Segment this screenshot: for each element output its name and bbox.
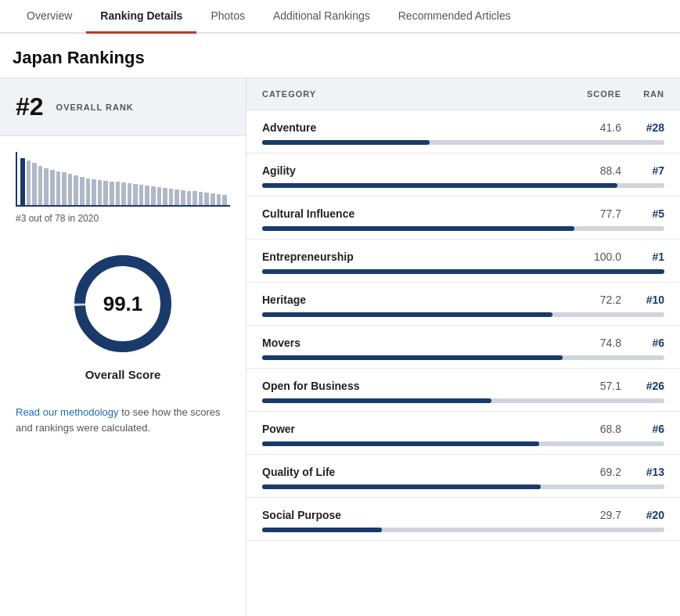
progress-bar-bg (262, 269, 664, 274)
bar-item (145, 186, 149, 205)
progress-bar-bg (262, 226, 664, 231)
bar-item (157, 187, 162, 205)
main-content: #2 OVERALL RANK #3 out of 78 in 2020 99.… (0, 78, 680, 616)
category-name: Entrepreneurship (262, 250, 567, 263)
bar-item (50, 170, 55, 205)
category-rank: #7 (621, 164, 664, 177)
category-name: Adventure (262, 121, 567, 134)
progress-bar-fill (262, 398, 491, 403)
category-rank: #28 (621, 121, 664, 134)
category-row: Quality of Life69.2#13 (246, 455, 680, 498)
bar-item (169, 189, 174, 205)
category-row: Movers74.8#6 (246, 326, 680, 369)
progress-bar-bg (262, 355, 664, 360)
nav-tab-photos[interactable]: Photos (196, 0, 259, 34)
category-score: 74.8 (567, 337, 621, 349)
category-rank: #13 (621, 466, 664, 478)
progress-bar-fill (262, 226, 574, 231)
bar-item (98, 180, 103, 205)
category-row: Agility88.4#7 (246, 153, 680, 196)
progress-bar-bg (262, 312, 664, 317)
progress-bar-fill (262, 528, 382, 532)
category-row: Open for Business57.1#26 (246, 369, 680, 412)
category-rank: #26 (621, 380, 664, 392)
category-name: Heritage (262, 294, 567, 306)
donut-score-label: 99.1 (103, 292, 143, 316)
bar-item (56, 171, 61, 205)
progress-bar-bg (262, 441, 664, 446)
category-row: Social Purpose29.7#20 (246, 498, 680, 541)
progress-bar-fill (262, 485, 541, 489)
bar-item (139, 185, 144, 205)
rank-header: #2 OVERALL RANK (0, 78, 246, 136)
category-score: 100.0 (567, 250, 621, 263)
category-rank: #20 (621, 509, 664, 521)
methodology-text: Read our methodology to see how the scor… (0, 391, 246, 445)
page-title: Japan Rankings (0, 34, 680, 78)
category-rank: #1 (621, 250, 664, 263)
category-rows: Adventure41.6#28Agility88.4#7Cultural In… (246, 110, 680, 541)
category-name: Power (262, 423, 567, 435)
bar-item (133, 184, 138, 205)
nav-tab-overview[interactable]: Overview (13, 0, 86, 34)
progress-bar-fill (262, 183, 617, 188)
progress-bar-fill (262, 312, 552, 317)
progress-bar-bg (262, 485, 664, 489)
category-score: 68.8 (567, 423, 621, 435)
category-score: 57.1 (567, 380, 621, 392)
category-name: Social Purpose (262, 509, 567, 521)
category-rank: #6 (621, 423, 664, 435)
progress-bar-fill (262, 269, 664, 274)
bar-item (199, 192, 203, 205)
progress-bar-bg (262, 183, 664, 188)
category-name: Cultural Influence (262, 207, 567, 220)
nav-tabs: OverviewRanking DetailsPhotosAdditional … (0, 0, 680, 34)
bar-item (151, 186, 156, 205)
bar-item (44, 168, 49, 205)
bar-chart (16, 152, 230, 207)
category-name: Quality of Life (262, 466, 567, 478)
bar-item (217, 194, 221, 205)
category-header-row: CATEGORY SCORE RAN (246, 78, 680, 110)
category-row: Entrepreneurship100.0#1 (246, 240, 680, 283)
progress-bar-bg (262, 528, 664, 532)
progress-bar-fill (262, 140, 430, 145)
progress-bar-fill (262, 355, 563, 360)
col-score-header: SCORE (567, 89, 621, 99)
category-row: Cultural Influence77.7#5 (246, 196, 680, 240)
progress-bar-bg (262, 140, 664, 145)
donut-area: 99.1 Overall Score (0, 230, 246, 391)
bar-item (174, 189, 179, 205)
bar-item (20, 158, 25, 205)
right-panel: CATEGORY SCORE RAN Adventure41.6#28Agili… (246, 78, 680, 616)
category-name: Agility (262, 164, 567, 177)
category-row: Heritage72.2#10 (246, 283, 680, 326)
bar-item (204, 193, 209, 205)
bar-item (103, 181, 108, 205)
bar-item (110, 182, 114, 205)
category-rank: #10 (621, 294, 664, 306)
category-score: 72.2 (567, 294, 621, 306)
bar-item (210, 193, 215, 205)
category-row: Adventure41.6#28 (246, 110, 680, 153)
bar-item (187, 191, 192, 205)
bar-item (181, 190, 185, 205)
bar-item (163, 188, 167, 205)
bar-item (27, 160, 31, 205)
col-rank-header: RAN (621, 89, 664, 99)
bar-item (62, 172, 67, 205)
category-rank: #6 (621, 337, 664, 349)
nav-tab-ranking-details[interactable]: Ranking Details (86, 0, 196, 34)
nav-tab-additional-rankings[interactable]: Additional Rankings (259, 0, 384, 34)
bar-item (68, 174, 73, 205)
category-score: 29.7 (567, 509, 621, 521)
bar-item (128, 183, 132, 205)
left-panel: #2 OVERALL RANK #3 out of 78 in 2020 99.… (0, 78, 246, 616)
nav-tab-recommended-articles[interactable]: Recommended Articles (384, 0, 525, 34)
rank-number: #2 (16, 92, 44, 121)
category-score: 88.4 (567, 164, 621, 177)
bar-item (86, 178, 91, 205)
methodology-link[interactable]: Read our methodology (16, 406, 119, 418)
rank-year-note: #3 out of 78 in 2020 (16, 213, 230, 224)
bar-item (121, 182, 126, 205)
